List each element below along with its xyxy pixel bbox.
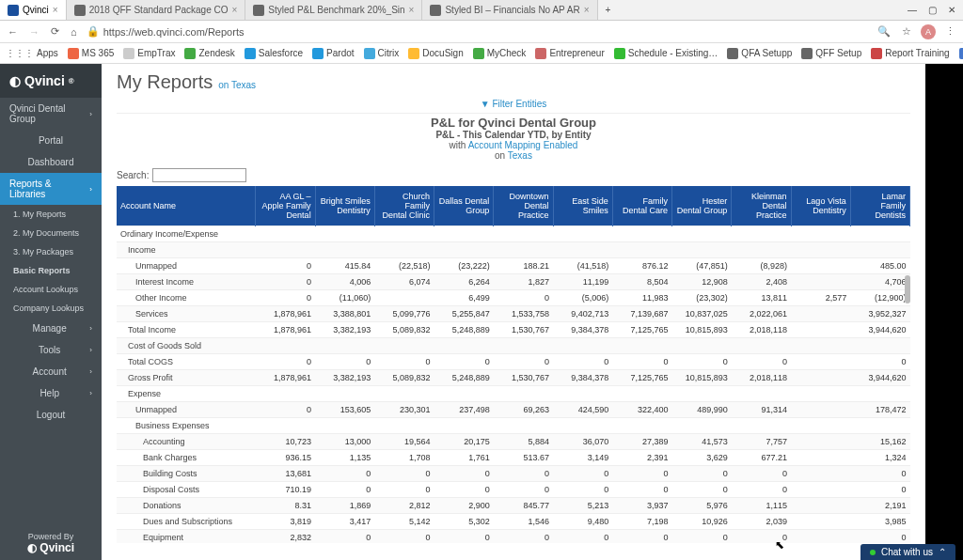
- bookmark-msteams[interactable]: MS Teams: [959, 48, 963, 59]
- tab-close-icon[interactable]: ×: [53, 5, 58, 15]
- table-row[interactable]: Unmapped0415.84(22,518)(23,222)188.21(41…: [117, 258, 910, 274]
- sidebar-sub-mypackages[interactable]: 3. My Packages: [0, 242, 102, 261]
- table-row[interactable]: Unmapped0153,605230,301237,49869,263424,…: [117, 402, 910, 418]
- table-row[interactable]: Bank Charges936.151,1351,7081,761513.673…: [117, 450, 910, 466]
- table-row[interactable]: Total COGS0000000000: [117, 354, 910, 370]
- scope-link[interactable]: on Texas: [218, 80, 256, 90]
- sidebar-sub-myreports[interactable]: 1. My Reports: [0, 205, 102, 224]
- tab-close-icon[interactable]: ×: [584, 5, 590, 15]
- sidebar-item-dashboard[interactable]: Dashboard: [0, 151, 102, 173]
- table-row[interactable]: Equipment2,832000000000: [117, 530, 910, 544]
- column-header[interactable]: Church Family Dental Clinic: [374, 186, 434, 226]
- sidebar-sub-accountlookups[interactable]: Account Lookups: [0, 280, 102, 299]
- column-header[interactable]: Family Dental Care: [612, 186, 671, 226]
- browser-tab-1[interactable]: 2018 QFF Standard Package CO×: [67, 0, 246, 20]
- cell-value: 5,976: [672, 498, 732, 514]
- table-row[interactable]: Disposal Costs710.19000000000: [117, 482, 910, 498]
- column-header[interactable]: Account Name: [117, 186, 256, 226]
- cell-value: 5,302: [434, 514, 494, 530]
- search-icon[interactable]: 🔍: [876, 25, 892, 38]
- sidebar-item-manage[interactable]: Manage›: [0, 318, 102, 339]
- bookmark-entrepreneur[interactable]: Entrepreneur: [535, 48, 604, 59]
- cell-value: 513.67: [494, 450, 553, 466]
- table-row[interactable]: Services1,878,9613,388,8015,099,7765,255…: [117, 306, 910, 322]
- sidebar-sub-mydocuments[interactable]: 2. My Documents: [0, 224, 102, 242]
- browser-tab-3[interactable]: Styled BI – Financials No AP AR×: [422, 0, 597, 20]
- sidebar-sub-basicreports[interactable]: Basic Reports: [0, 261, 102, 280]
- bookmark-schedule[interactable]: Schedule - Existing…: [614, 48, 718, 59]
- sidebar-item-help[interactable]: Help›: [0, 382, 102, 404]
- column-header[interactable]: Dallas Dental Group: [434, 186, 494, 226]
- browser-tab-0[interactable]: Qvinci×: [0, 0, 67, 20]
- sidebar-item-logout[interactable]: Logout: [0, 404, 102, 426]
- bookmark-report-training[interactable]: Report Training: [871, 48, 949, 59]
- sidebar-item-account[interactable]: Account›: [0, 361, 102, 382]
- logo[interactable]: ◐Qvinci®: [0, 64, 102, 98]
- minimize-icon[interactable]: —: [908, 5, 917, 15]
- table-row[interactable]: Business Expenses: [117, 418, 910, 434]
- cell-value: 677.21: [732, 450, 791, 466]
- sidebar-item-tools[interactable]: Tools›: [0, 339, 102, 361]
- url-box[interactable]: 🔒 https://web.qvinci.com/Reports: [87, 25, 868, 38]
- table-row[interactable]: Accounting10,72313,00019,56420,1755,8843…: [117, 434, 910, 450]
- column-header[interactable]: East Side Smiles: [553, 186, 612, 226]
- logo-icon: ◐: [27, 541, 37, 554]
- reload-icon[interactable]: ⟳: [49, 25, 61, 38]
- location-link[interactable]: Texas: [508, 150, 532, 161]
- close-icon[interactable]: ✕: [948, 5, 955, 15]
- column-header[interactable]: AA GL – Apple Family Dental: [256, 186, 315, 226]
- star-icon[interactable]: ☆: [900, 25, 913, 38]
- report-table-container[interactable]: Account NameAA GL – Apple Family DentalB…: [117, 186, 910, 543]
- table-row[interactable]: Donations8.311,8692,8122,900845.775,2133…: [117, 498, 910, 514]
- table-row[interactable]: Gross Profit1,878,9613,382,1935,089,8325…: [117, 370, 910, 386]
- bookmark-docusign[interactable]: DocuSign: [408, 48, 463, 59]
- chat-widget[interactable]: Chat with us⌃: [860, 544, 955, 560]
- profile-avatar[interactable]: A: [921, 24, 936, 39]
- table-row[interactable]: Total Income1,878,9613,382,1935,089,8325…: [117, 322, 910, 338]
- search-input[interactable]: [152, 168, 246, 182]
- cell-value: 0: [732, 354, 791, 370]
- new-tab-button[interactable]: +: [598, 5, 619, 15]
- table-row[interactable]: Ordinary Income/Expense: [117, 226, 910, 242]
- column-header[interactable]: Lago Vista Dentistry: [791, 186, 850, 226]
- table-row[interactable]: Other Income0(11,060)6,4990(5,006)11,983…: [117, 290, 910, 306]
- table-row[interactable]: Interest Income04,0066,0746,2641,82711,1…: [117, 274, 910, 290]
- table-row[interactable]: Building Costs13,681000000000: [117, 466, 910, 482]
- bookmark-apps[interactable]: ⋮⋮⋮Apps: [6, 48, 58, 58]
- forward-icon[interactable]: →: [27, 26, 41, 38]
- sidebar-item-portal[interactable]: Portal: [0, 130, 102, 151]
- column-header[interactable]: Hester Dental Group: [672, 186, 732, 226]
- bookmark-zendesk[interactable]: Zendesk: [184, 48, 234, 59]
- sidebar-item-reports[interactable]: Reports & Libraries›: [0, 173, 102, 205]
- table-row[interactable]: Dues and Subscriptions3,8193,4175,1425,3…: [117, 514, 910, 530]
- table-row[interactable]: Income: [117, 242, 910, 258]
- scrollbar-handle[interactable]: [905, 275, 910, 303]
- home-icon[interactable]: ⌂: [69, 26, 79, 38]
- sidebar-org-selector[interactable]: Qvinci Dental Group›: [0, 98, 102, 130]
- tab-close-icon[interactable]: ×: [409, 5, 415, 15]
- bookmark-qff[interactable]: QFF Setup: [801, 48, 861, 59]
- column-header[interactable]: Kleinman Dental Practice: [732, 186, 791, 226]
- bookmark-mycheck[interactable]: MyCheck: [473, 48, 527, 59]
- column-header[interactable]: Downtown Dental Practice: [494, 186, 553, 226]
- menu-icon[interactable]: ⋮: [943, 25, 957, 38]
- cell-value: 2,832: [256, 530, 315, 544]
- bookmark-emptrax[interactable]: EmpTrax: [123, 48, 175, 59]
- sidebar-sub-companylookups[interactable]: Company Lookups: [0, 299, 102, 318]
- cell-value: 0: [256, 354, 315, 370]
- bookmark-ms365[interactable]: MS 365: [68, 48, 114, 59]
- filter-entities-button[interactable]: ▼ Filter Entities: [117, 95, 910, 114]
- browser-tab-2[interactable]: Styled P&L Benchmark 20%_Sin×: [245, 0, 422, 20]
- back-icon[interactable]: ←: [6, 26, 20, 38]
- maximize-icon[interactable]: ▢: [928, 5, 937, 15]
- bookmark-citrix[interactable]: Citrix: [364, 48, 400, 59]
- table-row[interactable]: Expense: [117, 386, 910, 402]
- ame-link[interactable]: Account Mapping Enabled: [468, 140, 578, 150]
- column-header[interactable]: Lamar Family Dentists: [850, 186, 909, 226]
- tab-close-icon[interactable]: ×: [232, 5, 238, 15]
- bookmark-salesforce[interactable]: Salesforce: [245, 48, 303, 59]
- table-row[interactable]: Cost of Goods Sold: [117, 338, 910, 354]
- bookmark-pardot[interactable]: Pardot: [312, 48, 354, 59]
- column-header[interactable]: Bright Smiles Dentistry: [315, 186, 374, 226]
- bookmark-qfa[interactable]: QFA Setupp: [727, 48, 792, 59]
